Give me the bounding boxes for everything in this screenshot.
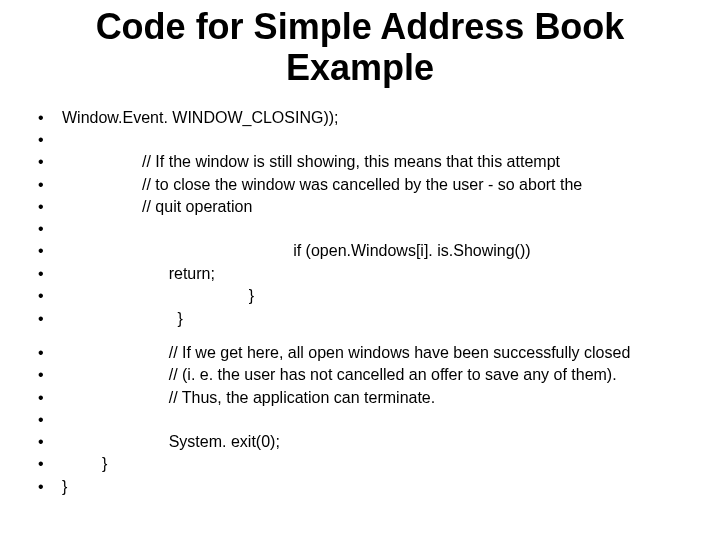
- code-line: [38, 129, 720, 151]
- page-title: Code for Simple Address Book Example: [0, 0, 720, 107]
- code-line: if (open.Windows[i]. is.Showing()): [38, 240, 720, 262]
- code-line: return;: [38, 263, 720, 285]
- code-line: System. exit(0);: [38, 431, 720, 453]
- code-line: [38, 409, 720, 431]
- code-line: [38, 218, 720, 240]
- code-line: }: [38, 476, 720, 498]
- code-line: // quit operation: [38, 196, 720, 218]
- code-line: Window.Event. WINDOW_CLOSING));: [38, 107, 720, 129]
- code-line: // If we get here, all open windows have…: [38, 342, 720, 364]
- code-line: // Thus, the application can terminate.: [38, 387, 720, 409]
- code-list-b: // If we get here, all open windows have…: [0, 342, 720, 498]
- code-list-a: Window.Event. WINDOW_CLOSING)); // If th…: [0, 107, 720, 330]
- code-line: }: [38, 308, 720, 330]
- code-line: // to close the window was cancelled by …: [38, 174, 720, 196]
- code-line: // (i. e. the user has not cancelled an …: [38, 364, 720, 386]
- code-line: }: [38, 453, 720, 475]
- code-line: // If the window is still showing, this …: [38, 151, 720, 173]
- code-line: }: [38, 285, 720, 307]
